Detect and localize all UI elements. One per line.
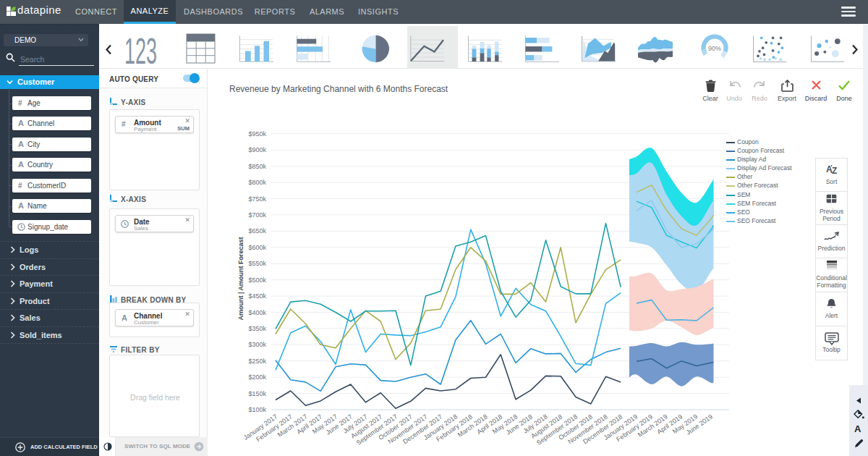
svg-text:$950k: $950k: [248, 130, 266, 138]
svg-text:Z: Z: [832, 166, 837, 174]
svg-text:$700k: $700k: [248, 211, 266, 219]
svg-text:$450k: $450k: [248, 292, 266, 300]
svg-text:$750k: $750k: [248, 195, 266, 203]
svg-text:$250k: $250k: [248, 358, 266, 365]
svg-text:$600k: $600k: [248, 244, 266, 251]
svg-text:$900k: $900k: [248, 146, 266, 153]
svg-text:$300k: $300k: [248, 341, 266, 348]
svg-text:$500k: $500k: [248, 276, 266, 284]
svg-text:$800k: $800k: [248, 179, 266, 186]
svg-text:$850k: $850k: [248, 163, 266, 170]
svg-text:Amount | Amount Forecast: Amount | Amount Forecast: [237, 237, 244, 320]
svg-text:$100k: $100k: [248, 406, 266, 413]
svg-text:$200k: $200k: [248, 373, 266, 381]
svg-text:$350k: $350k: [248, 325, 266, 332]
svg-text:$400k: $400k: [248, 309, 266, 316]
svg-text:$550k: $550k: [248, 260, 266, 267]
svg-text:$650k: $650k: [248, 227, 266, 235]
svg-text:90%: 90%: [708, 45, 721, 52]
svg-text:$150k: $150k: [248, 390, 266, 397]
